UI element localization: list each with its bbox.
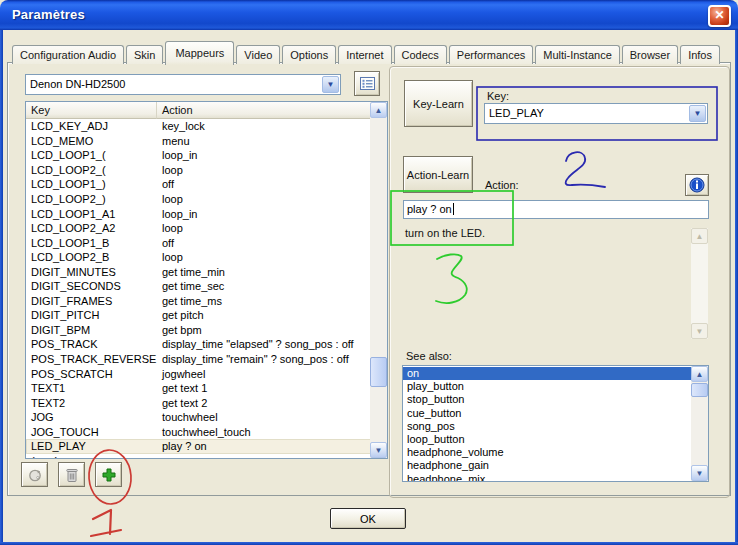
- plus-icon: [101, 467, 117, 483]
- row-action: loop: [157, 251, 371, 263]
- tab-video[interactable]: Video: [236, 45, 280, 64]
- table-row[interactable]: LCD_KEY_ADJkey_lock: [26, 119, 371, 134]
- table-row[interactable]: LED_PLAYplay ? on: [26, 439, 371, 454]
- row-key: LCD_LOOP2_A2: [26, 222, 157, 234]
- row-action: off: [157, 237, 371, 249]
- action-input[interactable]: play ? on: [403, 200, 709, 219]
- mapping-list-button[interactable]: [354, 71, 380, 96]
- table-row[interactable]: LCD_LOOP2_(loop: [26, 163, 371, 178]
- annotation-step1-digit: [91, 510, 121, 536]
- see-also-items: onplay_buttonstop_buttoncue_buttonsong_p…: [403, 367, 691, 482]
- table-row[interactable]: POS_SCRATCHjogwheel: [26, 366, 371, 381]
- table-row[interactable]: (new): [26, 454, 371, 458]
- tab-codecs[interactable]: Codecs: [394, 45, 447, 64]
- tab-multi-instance[interactable]: Multi-Instance: [535, 45, 619, 64]
- tab-performances[interactable]: Performances: [449, 45, 533, 64]
- tab-mappeurs[interactable]: Mappeurs: [165, 41, 234, 65]
- tab-options[interactable]: Options: [282, 45, 336, 64]
- device-select-dropdown-button[interactable]: ▼: [322, 76, 339, 93]
- row-key: LCD_LOOP1_A1: [26, 208, 157, 220]
- action-label: Action:: [485, 179, 519, 191]
- row-action: play ? on: [157, 440, 371, 452]
- key-learn-button[interactable]: Key-Learn: [404, 80, 473, 127]
- table-row[interactable]: LCD_LOOP2_)loop: [26, 192, 371, 207]
- see-also-item[interactable]: stop_button: [403, 393, 691, 406]
- scroll-up-button[interactable]: ▲: [370, 102, 387, 118]
- device-select-value: Denon DN-HD2500: [26, 75, 340, 90]
- table-row[interactable]: LCD_LOOP2_Bloop: [26, 250, 371, 265]
- ok-button[interactable]: OK: [330, 508, 406, 529]
- see-also-item[interactable]: loop_button: [403, 433, 691, 446]
- row-key: LCD_LOOP1_(: [26, 149, 157, 161]
- table-row[interactable]: LCD_LOOP1_A1loop_in: [26, 206, 371, 221]
- device-select[interactable]: Denon DN-HD2500 ▼: [25, 74, 341, 95]
- chevron-down-icon: ▼: [327, 80, 335, 89]
- see-also-scrollbar[interactable]: ▲ ▼: [691, 366, 708, 481]
- key-select[interactable]: LED_PLAY ▼: [484, 103, 708, 124]
- ok-label: OK: [360, 513, 376, 525]
- row-key: TEXT1: [26, 382, 157, 394]
- tab-infos[interactable]: Infos: [680, 45, 720, 64]
- table-row[interactable]: LCD_LOOP1_)off: [26, 177, 371, 192]
- action-learn-button[interactable]: Action-Learn: [403, 156, 473, 193]
- title-bar[interactable]: Paramètres ✕: [0, 0, 738, 30]
- table-row[interactable]: TEXT2get text 2: [26, 395, 371, 410]
- tab-configuration-audio[interactable]: Configuration Audio: [12, 45, 124, 64]
- scroll-up-button[interactable]: ▲: [691, 366, 708, 382]
- see-also-item[interactable]: song_pos: [403, 420, 691, 433]
- default-mapping-button[interactable]: [21, 462, 48, 487]
- row-action: get time_min: [157, 266, 371, 278]
- table-row[interactable]: POS_TRACKdisplay_time "elapsed" ? song_p…: [26, 337, 371, 352]
- scrollbar-thumb[interactable]: [691, 383, 708, 397]
- table-row[interactable]: POS_TRACK_REVERSEdisplay_time "remain" ?…: [26, 352, 371, 367]
- scrollbar-thumb[interactable]: [370, 357, 387, 387]
- close-button[interactable]: ✕: [708, 5, 731, 27]
- tab-skin[interactable]: Skin: [126, 45, 163, 64]
- close-icon: ✕: [714, 8, 724, 22]
- table-row[interactable]: DIGIT_SECONDSget time_sec: [26, 279, 371, 294]
- scroll-down-button[interactable]: ▼: [370, 442, 387, 458]
- column-header-key[interactable]: Key: [26, 102, 157, 119]
- table-row[interactable]: JOG_TOUCHtouchwheel_touch: [26, 424, 371, 439]
- scroll-down-button[interactable]: ▼: [691, 323, 708, 339]
- key-select-dropdown-button[interactable]: ▼: [689, 105, 706, 122]
- row-key: DIGIT_MINUTES: [26, 266, 157, 278]
- see-also-item[interactable]: headphone_volume: [403, 446, 691, 459]
- table-row[interactable]: DIGIT_FRAMESget time_ms: [26, 294, 371, 309]
- info-button[interactable]: [685, 174, 709, 196]
- scroll-up-icon: ▲: [696, 370, 704, 379]
- see-also-item[interactable]: on: [403, 367, 691, 380]
- table-row[interactable]: DIGIT_MINUTESget time_min: [26, 264, 371, 279]
- tab-strip: Configuration AudioSkinMappeursVideoOpti…: [12, 40, 722, 64]
- scroll-down-button[interactable]: ▼: [691, 465, 708, 481]
- table-row[interactable]: LCD_MEMOmenu: [26, 134, 371, 149]
- table-row[interactable]: DIGIT_BPMget bpm: [26, 323, 371, 338]
- table-row[interactable]: LCD_LOOP2_A2loop: [26, 221, 371, 236]
- key-learn-label: Key-Learn: [413, 98, 464, 110]
- add-mapping-button[interactable]: [95, 462, 122, 487]
- table-row[interactable]: DIGIT_PITCHget pitch: [26, 308, 371, 323]
- see-also-item[interactable]: headphone_mix: [403, 473, 691, 483]
- see-also-item[interactable]: cue_button: [403, 407, 691, 420]
- description-scrollbar[interactable]: ▲ ▼: [691, 228, 708, 339]
- column-header-action[interactable]: Action: [157, 102, 371, 119]
- scroll-up-button[interactable]: ▲: [691, 228, 708, 244]
- table-row[interactable]: JOGtouchwheel: [26, 410, 371, 425]
- scroll-down-icon: ▼: [375, 446, 383, 455]
- see-also-item[interactable]: play_button: [403, 380, 691, 393]
- delete-mapping-button[interactable]: [58, 462, 85, 487]
- circular-arrow-icon: [27, 467, 43, 483]
- row-action: display_time "remain" ? song_pos : off: [157, 353, 371, 365]
- row-key: LCD_LOOP1_B: [26, 237, 157, 249]
- row-key: LCD_MEMO: [26, 135, 157, 147]
- tab-browser[interactable]: Browser: [622, 45, 678, 64]
- row-key: LED_PLAY: [26, 440, 157, 452]
- row-action: get time_ms: [157, 295, 371, 307]
- tab-internet[interactable]: Internet: [338, 45, 391, 64]
- see-also-item[interactable]: headphone_gain: [403, 459, 691, 472]
- table-row[interactable]: LCD_LOOP1_Boff: [26, 235, 371, 250]
- table-scrollbar[interactable]: ▲ ▼: [370, 102, 387, 458]
- table-row[interactable]: TEXT1get text 1: [26, 381, 371, 396]
- table-row[interactable]: LCD_LOOP1_(loop_in: [26, 148, 371, 163]
- row-key: POS_TRACK_REVERSE: [26, 353, 157, 365]
